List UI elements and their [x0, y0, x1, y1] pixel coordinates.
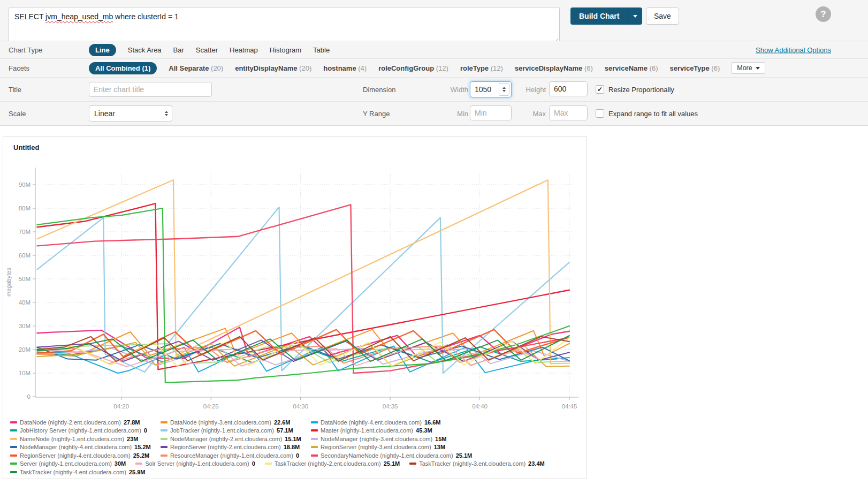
- resize-proportionally-checkbox[interactable]: [596, 85, 604, 94]
- legend-item-nodemanager-nightly-2-ent-cloudera-com[interactable]: NodeManager (nightly-2.ent.cloudera.com)…: [161, 436, 311, 442]
- width-stepper[interactable]: [499, 83, 509, 96]
- height-label: Height: [514, 86, 546, 94]
- facet-roleconfiggroup[interactable]: roleConfigGroup (12): [378, 64, 448, 72]
- legend-swatch-icon: [10, 429, 17, 431]
- width-input[interactable]: 1050: [470, 81, 512, 97]
- show-additional-options-link[interactable]: Show Additional Options: [756, 46, 831, 54]
- legend-swatch-icon: [161, 438, 167, 440]
- legend-series-name: ResourceManager (nightly-1.ent.cloudera.…: [170, 452, 293, 459]
- save-button[interactable]: Save: [646, 7, 679, 25]
- legend-item-regionserver-nightly-4-ent-cloudera-com[interactable]: RegionServer (nightly-4.ent.cloudera.com…: [10, 452, 161, 459]
- legend-swatch-icon: [161, 446, 167, 448]
- y-min-input[interactable]: [470, 105, 512, 120]
- facet-servicename[interactable]: serviceName (6): [605, 64, 658, 72]
- chart-type-heatmap[interactable]: Heatmap: [230, 46, 258, 54]
- build-chart-button[interactable]: Build Chart: [570, 7, 628, 25]
- chart-plot[interactable]: 010M20M30M40M50M60M70M80M90M04:2004:2504…: [3, 151, 587, 415]
- y-tick-label: 10M: [19, 370, 31, 376]
- legend-item-datanode-nightly-4-ent-cloudera-com[interactable]: DataNode (nightly-4.ent.cloudera.com)16.…: [311, 419, 461, 426]
- facet-hostname[interactable]: hostname (4): [323, 64, 367, 72]
- chart-title-input[interactable]: [89, 82, 212, 97]
- facet-all-separate[interactable]: All Separate (20): [169, 64, 223, 72]
- resize-proportionally-label: Resize Proportionally: [608, 86, 674, 94]
- legend-swatch-icon: [311, 429, 318, 431]
- legend-swatch-icon: [10, 438, 17, 440]
- y-max-input[interactable]: [549, 105, 588, 120]
- caret-down-icon: [633, 15, 637, 18]
- resize-proportionally-group: Resize Proportionally: [596, 85, 674, 94]
- series-namenode-nightly-1-ent-cloudera-com[interactable]: [37, 180, 569, 363]
- legend-item-datanode-nightly-3-ent-cloudera-com[interactable]: DataNode (nightly-3.ent.cloudera.com)22.…: [161, 419, 311, 426]
- scale-label: Scale: [9, 110, 26, 118]
- legend-item-jobhistory-server-nightly-1-ent-cloudera-com[interactable]: JobHistory Server (nightly-1.ent.clouder…: [10, 427, 161, 434]
- y-tick-label: 70M: [19, 229, 31, 235]
- legend-series-value: 25.1M: [384, 460, 400, 467]
- chart-type-label: Chart Type: [9, 46, 42, 54]
- legend-row: TaskTracker (nightly-4.ent.cloudera.com)…: [10, 468, 587, 476]
- legend-swatch-icon: [10, 421, 17, 423]
- facet-all-combined[interactable]: All Combined (1): [89, 62, 157, 74]
- chart-type-bar[interactable]: Bar: [173, 46, 184, 54]
- legend-series-value: 45.3M: [416, 427, 432, 434]
- legend-series-value: 23.4M: [528, 460, 545, 467]
- legend-item-tasktracker-nightly-2-ent-cloudera-com[interactable]: TaskTracker (nightly-2.ent.cloudera.com)…: [265, 460, 400, 467]
- legend-item-master-nightly-1-ent-cloudera-com[interactable]: Master (nightly-1.ent.cloudera.com)45.3M: [311, 427, 461, 434]
- facet-entitydisplayname[interactable]: entityDisplayName (20): [235, 64, 311, 72]
- scale-select-value: Linear: [89, 109, 161, 118]
- help-icon[interactable]: ?: [816, 6, 831, 22]
- legend-series-name: Master (nightly-1.ent.cloudera.com): [321, 427, 413, 434]
- legend-swatch-icon: [10, 454, 17, 457]
- x-tick-label: 04:45: [562, 403, 577, 410]
- chart-type-histogram[interactable]: Histogram: [270, 46, 301, 54]
- x-tick-label: 04:40: [472, 403, 488, 410]
- y-tick-label: 0: [27, 393, 31, 400]
- legend-series-value: 25.2M: [133, 452, 150, 459]
- legend-item-nodemanager-nightly-3-ent-cloudera-com[interactable]: NodeManager (nightly-3.ent.cloudera.com)…: [311, 436, 461, 442]
- legend-item-resourcemanager-nightly-1-ent-cloudera-com[interactable]: ResourceManager (nightly-1.ent.cloudera.…: [161, 452, 311, 459]
- legend-series-name: NodeManager (nightly-2.ent.cloudera.com): [170, 436, 282, 442]
- legend-item-regionserver-nightly-2-ent-cloudera-com[interactable]: RegionServer (nightly-2.ent.cloudera.com…: [161, 444, 311, 450]
- legend-series-value: 15.2M: [134, 444, 151, 450]
- legend-series-name: JobHistory Server (nightly-1.ent.clouder…: [20, 427, 141, 434]
- query-text-prefix: SELECT: [14, 12, 45, 21]
- legend-row: NodeManager (nightly-4.ent.cloudera.com)…: [10, 443, 587, 452]
- y-tick-label: 60M: [19, 252, 31, 259]
- legend-item-secondarynamenode-nightly-1-ent-cloudera-com[interactable]: SecondaryNameNode (nightly-1.ent.clouder…: [311, 452, 461, 459]
- chart-type-line[interactable]: Line: [89, 44, 116, 56]
- facet-servicetype[interactable]: serviceType (6): [670, 64, 720, 72]
- legend-item-tasktracker-nightly-4-ent-cloudera-com[interactable]: TaskTracker (nightly-4.ent.cloudera.com)…: [10, 469, 161, 475]
- legend-swatch-icon: [161, 429, 167, 431]
- facet-servicedisplayname[interactable]: serviceDisplayName (6): [515, 64, 593, 72]
- legend-swatch-icon: [409, 463, 416, 465]
- legend-item-server-nightly-1-ent-cloudera-com[interactable]: Server (nightly-1.ent.cloudera.com)30M: [10, 460, 126, 467]
- build-chart-menu-button[interactable]: [628, 7, 642, 25]
- chart-type-stack-area[interactable]: Stack Area: [128, 46, 162, 54]
- chart-type-table[interactable]: Table: [313, 46, 330, 54]
- query-input[interactable]: SELECT jvm_heap_used_mb where clusterId …: [9, 7, 560, 43]
- legend-swatch-icon: [311, 438, 318, 440]
- y-axis-title: megabytes: [5, 268, 12, 297]
- legend-item-namenode-nightly-1-ent-cloudera-com[interactable]: NameNode (nightly-1.ent.cloudera.com)23M: [10, 436, 161, 442]
- legend-series-value: 15.1M: [285, 436, 301, 442]
- x-tick-label: 04:25: [203, 403, 219, 410]
- legend-series-name: RegionServer (nightly-4.ent.cloudera.com…: [20, 452, 131, 459]
- legend-swatch-icon: [311, 454, 318, 457]
- build-chart-split-button: Build Chart: [570, 7, 642, 25]
- max-label: Max: [514, 110, 546, 118]
- facets-more-button[interactable]: More: [732, 62, 765, 74]
- legend-item-regionserver-nightly-3-ent-cloudera-com[interactable]: RegionServer (nightly-3.ent.cloudera.com…: [311, 444, 461, 450]
- legend-item-datanode-nightly-2-ent-cloudera-com[interactable]: DataNode (nightly-2.ent.cloudera.com)27.…: [10, 419, 161, 426]
- expand-range-checkbox[interactable]: [596, 109, 604, 118]
- legend-item-nodemanager-nightly-4-ent-cloudera-com[interactable]: NodeManager (nightly-4.ent.cloudera.com)…: [10, 444, 161, 450]
- chart-type-scatter[interactable]: Scatter: [196, 46, 218, 54]
- x-tick-label: 04:20: [113, 403, 129, 410]
- legend-swatch-icon: [10, 446, 17, 448]
- legend-series-value: 0: [144, 427, 147, 434]
- scale-select[interactable]: Linear: [89, 105, 172, 122]
- title-dimension-row: Title Dimension Width 1050 Height Resize…: [0, 77, 868, 101]
- legend-item-tasktracker-nightly-3-ent-cloudera-com[interactable]: TaskTracker (nightly-3.ent.cloudera.com)…: [409, 460, 544, 467]
- legend-item-jobtracker-nightly-1-ent-cloudera-com[interactable]: JobTracker (nightly-1.ent.cloudera.com)5…: [161, 427, 311, 434]
- legend-item-solr-server-nightly-1-ent-cloudera-com[interactable]: Solr Server (nightly-1.ent.cloudera.com)…: [135, 460, 255, 467]
- legend-swatch-icon: [161, 454, 167, 457]
- facet-roletype[interactable]: roleType (12): [460, 64, 503, 72]
